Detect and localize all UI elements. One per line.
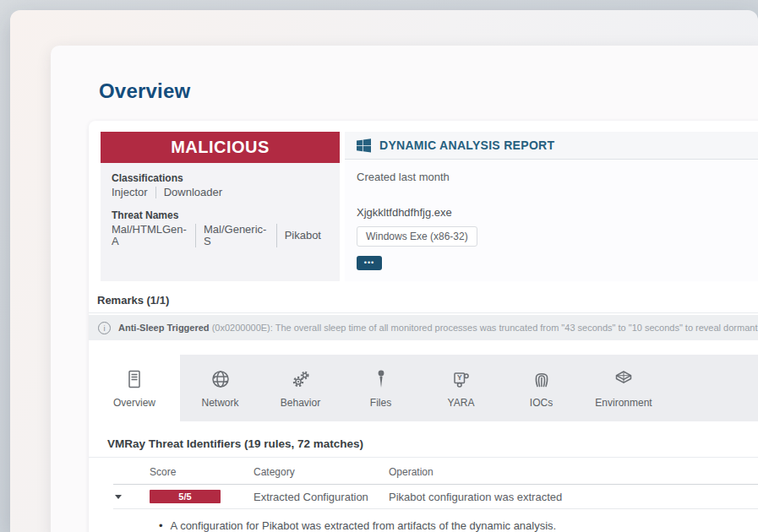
threat-name-item: Mal/HTMLGen-A	[112, 224, 196, 247]
info-icon	[98, 322, 111, 334]
puzzle-icon: Y	[450, 367, 473, 391]
gears-icon	[289, 367, 313, 391]
row-detail-item: A configuration for Pikabot was extracte…	[159, 519, 758, 532]
remark-text: Anti-Sleep Triggered (0x0200000E): The o…	[118, 323, 758, 333]
classifications-label: Classifications	[112, 172, 329, 184]
chevron-down-icon	[115, 495, 122, 499]
analysis-report-body: Created last month Xjgkkltfdhdfhfjg.exe …	[345, 160, 758, 281]
more-actions-button[interactable]: •••	[357, 256, 382, 270]
globe-icon	[209, 367, 232, 391]
divider	[89, 312, 758, 313]
remark-title: Anti-Sleep Triggered	[118, 323, 210, 333]
tab-label: Files	[370, 397, 391, 409]
created-timestamp: Created last month	[357, 171, 756, 183]
classifications-list: Injector Downloader	[112, 187, 329, 198]
summary-section: MALICIOUS Classifications Injector Downl…	[101, 132, 758, 281]
tab-behavior[interactable]: Behavior	[260, 355, 341, 421]
tab-overview[interactable]: Overview	[89, 355, 180, 421]
analysis-report-panel: DYNAMIC ANALYSIS REPORT Created last mon…	[345, 132, 758, 281]
category-column-header: Category	[254, 466, 389, 478]
document-icon	[123, 367, 146, 391]
tab-bar: Overview Network	[89, 355, 758, 421]
tab-label: Network	[201, 397, 238, 409]
window-frame: Overview MALICIOUS Classifications Injec…	[10, 10, 758, 532]
table-row: 5/5 Extracted Configuration Pikabot conf…	[113, 485, 758, 509]
remarks-heading: Remarks (1/1)	[97, 294, 758, 307]
page-title: Overview	[99, 79, 190, 103]
verdict-details: Classifications Injector Downloader Thre…	[101, 163, 340, 281]
tab-iocs[interactable]: IOCs	[501, 355, 581, 421]
analysis-report-header: DYNAMIC ANALYSIS REPORT	[345, 132, 758, 160]
threat-names-list: Mal/HTMLGen-A Mal/Generic-S Pikabot	[112, 224, 329, 247]
threat-identifiers-table: Score Category Operation 5/5 Extracted C…	[89, 458, 758, 532]
overview-card: MALICIOUS Classifications Injector Downl…	[89, 121, 758, 532]
tab-label: IOCs	[530, 397, 553, 409]
table-header-row: Score Category Operation	[113, 458, 758, 485]
tab-label: Behavior	[281, 397, 320, 409]
tab-label: YARA	[448, 397, 475, 409]
verdict-panel: MALICIOUS Classifications Injector Downl…	[101, 132, 340, 281]
score-column-header: Score	[150, 466, 254, 478]
score-badge: 5/5	[150, 490, 221, 503]
threat-identifiers-heading: VMRay Threat Identifiers (19 rules, 72 m…	[107, 437, 758, 450]
classification-item: Downloader	[156, 187, 230, 198]
pin-icon	[369, 367, 393, 391]
tab-label: Environment	[595, 397, 652, 409]
operation-cell: Pikabot configuration was extracted	[389, 491, 758, 503]
threat-names-label: Threat Names	[112, 209, 329, 221]
row-expander[interactable]	[113, 495, 150, 499]
classification-item: Injector	[112, 187, 156, 198]
file-type-badge: Windows Exe (x86-32)	[357, 226, 477, 247]
category-cell: Extracted Configuration	[254, 491, 389, 503]
tab-files[interactable]: Files	[341, 355, 421, 421]
verdict-banner: MALICIOUS	[101, 132, 340, 163]
score-cell: 5/5	[150, 490, 254, 503]
tab-label: Overview	[113, 397, 155, 409]
windows-icon	[357, 138, 371, 153]
report-title: DYNAMIC ANALYSIS REPORT	[379, 138, 554, 152]
fingerprint-icon	[530, 367, 554, 391]
svg-text:Y: Y	[456, 373, 461, 382]
cube-icon	[612, 367, 635, 391]
remark-item: Anti-Sleep Triggered (0x0200000E): The o…	[89, 315, 758, 340]
threat-name-item: Pikabot	[277, 230, 329, 242]
sample-filename: Xjgkkltfdhdfhfjg.exe	[357, 206, 756, 219]
threat-name-item: Mal/Generic-S	[196, 224, 277, 247]
tab-network[interactable]: Network	[180, 355, 260, 421]
tab-environment[interactable]: Environment	[581, 355, 666, 421]
tab-yara[interactable]: Y YARA	[421, 355, 501, 421]
report-page: Overview MALICIOUS Classifications Injec…	[51, 46, 758, 532]
operation-column-header: Operation	[389, 466, 758, 478]
detail-text: A configuration for Pikabot was extracte…	[171, 519, 557, 532]
